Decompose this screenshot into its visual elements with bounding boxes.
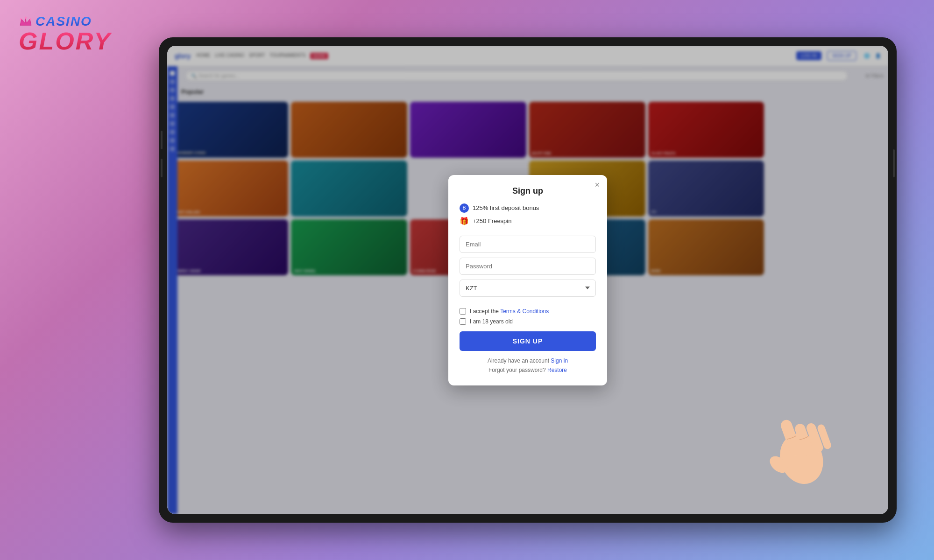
terms-checkbox-row: I accept the Terms & Conditions xyxy=(460,308,596,315)
gift-icon: 🎁 xyxy=(460,217,469,225)
bonus-row-1: B 125% first deposit bonus xyxy=(460,203,596,213)
tablet-side-btn-3 xyxy=(893,149,895,177)
glory-text: GLORY xyxy=(19,29,112,53)
restore-link[interactable]: Restore xyxy=(547,367,567,373)
email-input[interactable] xyxy=(460,236,596,253)
crown-icon xyxy=(19,16,33,27)
bonus-icon-1: B xyxy=(460,203,469,213)
tablet-screen: glory HOME LIVE CASINO SPORT TOURNAMENTS… xyxy=(167,46,888,514)
signup-button[interactable]: SIGN UP xyxy=(460,331,596,351)
svg-point-3 xyxy=(30,18,32,20)
age-checkbox-row: I am 18 years old xyxy=(460,318,596,325)
terms-label: I accept the Terms & Conditions xyxy=(470,308,549,315)
casino-glory-logo: CASINO GLORY xyxy=(19,14,112,53)
terms-link[interactable]: Terms & Conditions xyxy=(500,308,549,315)
forgot-password-prompt: Forgot your password? Restore xyxy=(460,367,596,373)
casino-text: CASINO xyxy=(35,14,92,29)
svg-point-1 xyxy=(25,17,27,19)
modal-close-btn[interactable]: × xyxy=(594,181,600,189)
age-checkbox[interactable] xyxy=(460,318,466,325)
svg-point-2 xyxy=(20,18,22,20)
age-label: I am 18 years old xyxy=(470,318,513,325)
modal-title: Sign up xyxy=(460,186,596,196)
signin-link[interactable]: Sign in xyxy=(551,357,568,364)
signup-modal: × Sign up B 125% first deposit bonus 🎁 +… xyxy=(448,175,607,385)
modal-overlay: × Sign up B 125% first deposit bonus 🎁 +… xyxy=(167,46,888,514)
signin-prompt: Already have an account Sign in xyxy=(460,357,596,364)
bonus-text-1: 125% first deposit bonus xyxy=(473,204,539,211)
currency-select[interactable]: KZT USD EUR RUB xyxy=(460,280,596,297)
password-input[interactable] xyxy=(460,258,596,275)
tablet-frame: glory HOME LIVE CASINO SPORT TOURNAMENTS… xyxy=(159,37,897,523)
bonus-text-2: +250 Freespin xyxy=(473,217,511,224)
bonus-row-2: 🎁 +250 Freespin xyxy=(460,217,596,225)
tablet-side-btn-1 xyxy=(161,131,163,149)
tablet-side-btn-2 xyxy=(161,159,163,177)
terms-checkbox[interactable] xyxy=(460,308,466,315)
svg-marker-0 xyxy=(20,18,31,25)
